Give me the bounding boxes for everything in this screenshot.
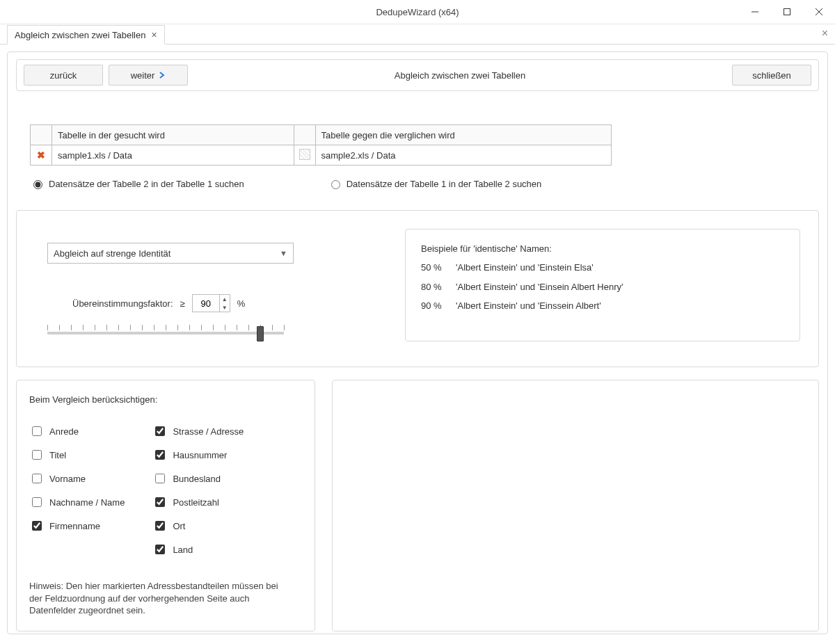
field-checkbox[interactable]: Nachname / Name bbox=[29, 495, 125, 509]
match-method-select[interactable]: Abgleich auf strenge Identität ▼ bbox=[47, 243, 294, 264]
match-factor-unit: % bbox=[237, 298, 246, 309]
match-left: Abgleich auf strenge Identität ▼ Überein… bbox=[17, 211, 391, 367]
lower-row: Beim Vergleich berücksichtigen: AnredeTi… bbox=[16, 380, 819, 631]
match-settings-panel: Abgleich auf strenge Identität ▼ Überein… bbox=[16, 210, 819, 367]
example-row: 80 % 'Albert Einstein' und 'Einsein Albe… bbox=[421, 277, 784, 296]
checkbox-label: Hausnummer bbox=[173, 450, 227, 460]
field-checkbox[interactable]: Ort bbox=[152, 519, 244, 533]
svg-rect-1 bbox=[784, 9, 790, 15]
field-checkbox[interactable]: Vorname bbox=[29, 472, 125, 485]
fields-col-right: Strasse / AdresseHausnummerBundeslandPos… bbox=[152, 424, 244, 556]
file1-cell[interactable]: sample1.xls / Data bbox=[52, 145, 294, 166]
checkbox-input[interactable] bbox=[155, 426, 165, 436]
tables-grid: Tabelle in der gesucht wird Tabelle gege… bbox=[30, 124, 612, 166]
table-row: ✖ sample1.xls / Data sample2.xls / Data bbox=[31, 145, 612, 166]
checkbox-input[interactable] bbox=[32, 450, 42, 460]
next-button[interactable]: weiter bbox=[109, 65, 188, 86]
checkbox-input[interactable] bbox=[155, 450, 165, 460]
tab-abgleich[interactable]: Abgleich zwischen zwei Tabellen × bbox=[7, 25, 165, 45]
close-wizard-button[interactable]: schließen bbox=[732, 65, 811, 86]
file2-icon-cell[interactable] bbox=[294, 145, 315, 166]
checkbox-label: Firmenname bbox=[49, 521, 100, 531]
match-factor-label: Übereinstimmungsfaktor: bbox=[72, 298, 173, 309]
fields-columns: AnredeTitelVornameNachname / NameFirmenn… bbox=[29, 424, 302, 556]
checkbox-label: Bundesland bbox=[173, 474, 221, 484]
fields-panel: Beim Vergleich berücksichtigen: AnredeTi… bbox=[16, 380, 315, 631]
fields-heading: Beim Vergleich berücksichtigen: bbox=[29, 394, 302, 405]
checkbox-input[interactable] bbox=[155, 521, 165, 531]
match-factor-input[interactable] bbox=[193, 298, 219, 309]
main-panel: zurück weiter Abgleich zwischen zwei Tab… bbox=[7, 51, 828, 634]
radio-search-2-in-1[interactable]: Datensätze der Tabelle 2 in der Tabelle … bbox=[30, 178, 244, 189]
panel-close-icon[interactable]: × bbox=[822, 27, 828, 40]
checkbox-label: Vorname bbox=[49, 474, 86, 484]
fields-col-left: AnredeTitelVornameNachname / NameFirmenn… bbox=[29, 424, 125, 556]
arrow-down-icon[interactable]: ▼ bbox=[220, 303, 230, 312]
radio-search-2-in-1-input[interactable] bbox=[33, 180, 42, 189]
empty-panel bbox=[332, 380, 819, 631]
examples-title: Beispiele für 'identische' Namen: bbox=[421, 239, 784, 258]
checkbox-input[interactable] bbox=[32, 521, 42, 531]
checkbox-input[interactable] bbox=[32, 497, 42, 507]
checkbox-input[interactable] bbox=[32, 474, 42, 483]
window-controls bbox=[739, 0, 835, 24]
match-factor-op: ≥ bbox=[180, 298, 185, 309]
table-icon bbox=[299, 149, 310, 160]
checkbox-label: Strasse / Adresse bbox=[173, 426, 244, 437]
maximize-icon bbox=[784, 8, 790, 15]
arrow-up-icon[interactable]: ▲ bbox=[220, 295, 230, 303]
radio-search-1-in-2[interactable]: Datensätze der Tabelle 1 in der Tabelle … bbox=[328, 178, 542, 189]
x-icon: ✖ bbox=[37, 150, 45, 161]
match-factor-spinner[interactable]: ▲ ▼ bbox=[192, 294, 230, 312]
slider-ticks bbox=[47, 328, 284, 339]
checkbox-label: Nachname / Name bbox=[49, 497, 125, 508]
field-checkbox[interactable]: Postleitzahl bbox=[152, 495, 244, 509]
field-checkbox[interactable]: Strasse / Adresse bbox=[152, 424, 244, 438]
tab-label: Abgleich zwischen zwei Tabellen bbox=[15, 30, 145, 40]
match-factor-row: Übereinstimmungsfaktor: ≥ ▲ ▼ % bbox=[72, 294, 374, 312]
header-search-in: Tabelle in der gesucht wird bbox=[52, 125, 294, 145]
checkbox-label: Anrede bbox=[49, 426, 79, 437]
match-factor-slider[interactable] bbox=[47, 332, 284, 335]
header-icon-left bbox=[31, 125, 52, 145]
chevron-right-icon bbox=[159, 72, 166, 79]
field-checkbox[interactable]: Land bbox=[152, 542, 244, 556]
checkbox-label: Ort bbox=[173, 521, 185, 531]
header-compare-against: Tabelle gegen die verglichen wird bbox=[315, 125, 611, 145]
example-row: 90 % 'Albert Einstein' und 'Einssein Alb… bbox=[421, 296, 784, 315]
field-checkbox[interactable]: Bundesland bbox=[152, 472, 244, 485]
match-right: Beispiele für 'identische' Namen: 50 % '… bbox=[391, 211, 818, 367]
close-icon bbox=[816, 8, 822, 15]
wizard-step-title: Abgleich zwischen zwei Tabellen bbox=[188, 70, 732, 81]
checkbox-label: Postleitzahl bbox=[173, 497, 218, 508]
minimize-icon bbox=[752, 8, 758, 15]
close-button[interactable] bbox=[803, 0, 835, 24]
header-icon-right bbox=[294, 125, 315, 145]
field-checkbox[interactable]: Hausnummer bbox=[152, 448, 244, 462]
window-title: DedupeWizard (x64) bbox=[376, 7, 459, 17]
slider-track bbox=[47, 332, 284, 335]
slider-thumb[interactable] bbox=[257, 326, 264, 341]
back-button[interactable]: zurück bbox=[24, 65, 103, 86]
example-row: 50 % 'Albert Einstein' und 'Einstein Els… bbox=[421, 258, 784, 277]
field-checkbox[interactable]: Titel bbox=[29, 448, 125, 462]
checkbox-input[interactable] bbox=[155, 474, 165, 483]
field-checkbox[interactable]: Anrede bbox=[29, 424, 125, 438]
tables-section: Tabelle in der gesucht wird Tabelle gege… bbox=[30, 124, 805, 189]
examples-panel: Beispiele für 'identische' Namen: 50 % '… bbox=[405, 229, 800, 341]
checkbox-input[interactable] bbox=[155, 545, 165, 554]
remove-row-button[interactable]: ✖ bbox=[31, 145, 52, 166]
chevron-down-icon: ▼ bbox=[280, 249, 287, 257]
wizard-toolbar: zurück weiter Abgleich zwischen zwei Tab… bbox=[16, 59, 819, 91]
file2-cell[interactable]: sample2.xls / Data bbox=[315, 145, 611, 166]
checkbox-input[interactable] bbox=[155, 497, 165, 507]
checkbox-label: Titel bbox=[49, 450, 66, 460]
checkbox-input[interactable] bbox=[32, 426, 42, 436]
tab-close-icon[interactable]: × bbox=[151, 29, 157, 40]
spinner-arrows[interactable]: ▲ ▼ bbox=[219, 295, 230, 312]
minimize-button[interactable] bbox=[739, 0, 771, 24]
radio-search-1-in-2-input[interactable] bbox=[331, 180, 340, 189]
tab-strip: Abgleich zwischen zwei Tabellen × × bbox=[0, 24, 835, 45]
maximize-button[interactable] bbox=[771, 0, 803, 24]
field-checkbox[interactable]: Firmenname bbox=[29, 519, 125, 533]
